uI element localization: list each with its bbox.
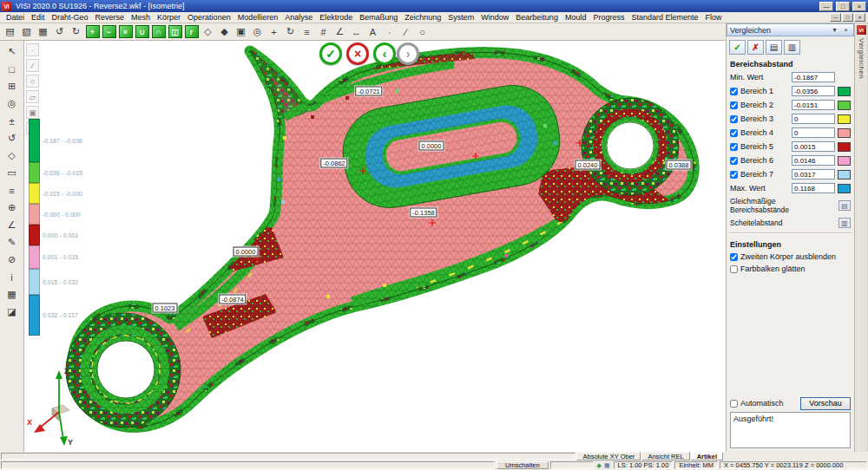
tab-artikel[interactable]: Artikel [691,452,723,460]
range-checkbox[interactable] [730,129,738,137]
annotation-icon[interactable]: A [365,24,381,39]
wireframe-view-icon[interactable]: ◇ [200,24,216,39]
minimize-button[interactable]: — [819,2,833,11]
new-file-icon[interactable]: ▤ [2,24,18,39]
solid-revolve-icon[interactable]: × [119,25,133,38]
measure-icon[interactable]: ∠ [332,24,348,39]
range-checkbox[interactable] [730,157,738,165]
filter-face-icon[interactable]: ▱ [26,90,39,103]
shaded-view-icon[interactable]: ◆ [216,24,233,39]
max-value-input[interactable] [792,183,835,193]
range-color-swatch[interactable] [838,170,851,180]
reject-button[interactable]: × [346,42,369,65]
line-icon[interactable]: ∕ [398,24,414,39]
front-view-icon[interactable]: ▭ [3,165,21,181]
menu-item[interactable]: Mesh [128,13,154,22]
solid-extrude-icon[interactable]: − [102,25,116,38]
dimension-icon[interactable]: ↔ [348,24,365,39]
menu-item[interactable]: Window [477,13,512,22]
measure-angle-icon[interactable]: ∠ [3,217,21,233]
pan-icon[interactable]: + [266,24,282,39]
range-value-input[interactable] [792,100,835,110]
menu-item[interactable]: Bearbeitung [512,13,562,22]
boolean-union-icon[interactable]: ∪ [135,25,149,38]
grid-icon[interactable]: # [315,24,332,39]
sketch-icon[interactable]: ✎ [3,234,21,251]
redo-icon[interactable]: ↻ [68,24,84,39]
previous-button[interactable]: ‹ [373,42,396,65]
menu-item[interactable]: Standard Elemente [628,13,701,22]
point-icon[interactable]: ∙ [381,24,398,39]
visi-logo-icon[interactable]: VI [857,25,866,35]
layers-icon[interactable]: ≡ [3,182,21,199]
menu-item[interactable]: Datei [3,13,28,22]
rotate-view-icon[interactable]: ↻ [282,24,299,39]
menu-item[interactable]: Zeichnung [401,13,444,22]
mdi-minimize-button[interactable]: — [830,13,841,22]
range-value-input[interactable] [792,169,835,180]
vertex-distance-icon[interactable]: ▥ [838,218,851,228]
maximize-button[interactable]: □ [836,2,850,11]
range-value-input[interactable] [792,114,835,124]
panel-close-icon[interactable]: × [841,26,851,34]
menu-item[interactable]: Reverse [92,13,128,22]
uniform-ranges-icon[interactable]: ▤ [838,200,851,211]
apply-icon[interactable]: ✓ [729,40,746,55]
accept-button[interactable]: ✓ [319,42,342,65]
mesh-icon[interactable]: ▦ [3,286,21,303]
vertex-distance-row[interactable]: Scheitelabstand ▥ [727,216,854,230]
layers-icon[interactable]: ≡ [299,24,315,39]
solid-block-icon[interactable]: + [86,25,100,38]
menu-item[interactable]: Mould [562,13,590,22]
zoom-fit-icon[interactable]: ▣ [233,24,249,39]
tab-vergleichen[interactable]: Vergleichen [858,38,865,79]
range-value-input[interactable] [792,155,835,166]
range-color-swatch[interactable] [838,142,851,152]
menu-item[interactable]: Modellieren [234,13,282,22]
range-value-input[interactable] [792,127,835,138]
color-table-icon[interactable]: ▥ [784,40,800,55]
range-color-swatch[interactable] [838,101,851,110]
filter-line-icon[interactable]: ∕ [26,59,39,72]
range-checkbox[interactable] [730,143,738,151]
pan-icon[interactable]: ⊞ [3,78,21,95]
menu-item[interactable]: Analyse [281,13,316,22]
wcs-icon[interactable]: ⊕ [3,199,21,216]
setting-checkbox[interactable] [730,265,738,273]
undo-icon[interactable]: ↺ [51,24,68,39]
info-icon[interactable]: i [3,269,21,285]
range-value-input[interactable] [792,141,835,152]
save-icon[interactable]: ▦ [35,24,51,39]
automatic-checkbox[interactable] [730,400,738,408]
menu-item[interactable]: Flow [701,13,725,22]
menu-item[interactable]: Progress [589,13,628,22]
menu-item[interactable]: Bemaßung [356,13,401,22]
boolean-subtract-icon[interactable]: ∩ [152,25,166,38]
copy-result-icon[interactable]: ▤ [766,40,782,55]
circle-icon[interactable]: ○ [414,24,431,39]
range-checkbox[interactable] [730,101,738,109]
next-button[interactable]: › [397,42,419,65]
range-color-swatch[interactable] [838,128,851,138]
panel-menu-icon[interactable]: ▾ [830,26,839,34]
zoom-icon[interactable]: ◎ [3,95,21,112]
section-icon[interactable]: ◪ [3,304,21,320]
range-checkbox[interactable] [730,171,738,179]
mdi-restore-button[interactable]: □ [842,13,853,22]
menu-item[interactable]: Körper [154,13,184,22]
preview-button[interactable]: Vorschau [800,397,851,410]
setting-checkbox[interactable] [730,253,738,261]
grid-status-icon[interactable]: ▦ [604,462,610,469]
3d-viewport[interactable]: Z Y X ∙∕○▱▣∗ -0.187 - -0.036 -0.036 [24,41,726,452]
delete-icon[interactable]: ⊘ [3,251,21,268]
menu-item[interactable]: System [444,13,477,22]
umschalten-button[interactable]: Umschalten [496,461,549,469]
range-color-swatch[interactable] [838,114,851,124]
max-color-swatch[interactable] [838,184,851,193]
range-color-swatch[interactable] [838,156,851,166]
open-file-icon[interactable]: ▧ [18,24,35,39]
select-window-icon[interactable]: □ [3,61,21,77]
menu-item[interactable]: Operationen [184,13,234,22]
range-checkbox[interactable] [730,88,738,95]
zoom-window-icon[interactable]: ◎ [249,24,266,39]
